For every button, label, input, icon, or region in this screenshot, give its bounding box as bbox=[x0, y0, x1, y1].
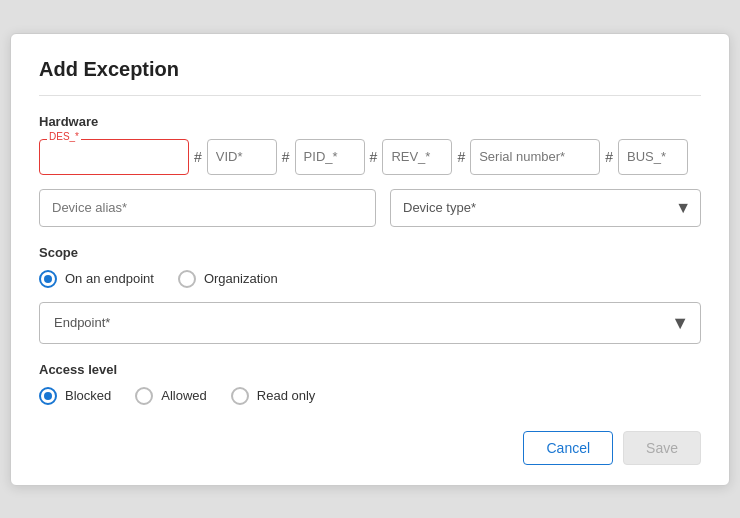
access-level-label: Access level bbox=[39, 362, 701, 377]
separator-1: # bbox=[189, 149, 207, 165]
access-level-section: Access level Blocked Allowed Read only bbox=[39, 362, 701, 405]
vid-input[interactable] bbox=[207, 139, 277, 175]
serial-input[interactable] bbox=[470, 139, 600, 175]
access-blocked-label: Blocked bbox=[65, 388, 111, 403]
access-readonly-label: Read only bbox=[257, 388, 316, 403]
access-radio-allowed-icon bbox=[135, 387, 153, 405]
endpoint-select[interactable]: Endpoint* bbox=[39, 302, 701, 344]
scope-section: Scope On an endpoint Organization bbox=[39, 245, 701, 288]
scope-endpoint-label: On an endpoint bbox=[65, 271, 154, 286]
access-radio-readonly-icon bbox=[231, 387, 249, 405]
dialog-footer: Cancel Save bbox=[39, 423, 701, 465]
des-input[interactable] bbox=[39, 139, 189, 175]
hardware-row: DES_* # # # # # bbox=[39, 139, 701, 175]
access-option-blocked[interactable]: Blocked bbox=[39, 387, 111, 405]
separator-3: # bbox=[365, 149, 383, 165]
access-option-readonly[interactable]: Read only bbox=[231, 387, 316, 405]
vid-field-wrapper bbox=[207, 139, 277, 175]
rev-input[interactable] bbox=[382, 139, 452, 175]
scope-radio-org-icon bbox=[178, 270, 196, 288]
bus-field-wrapper bbox=[618, 139, 688, 175]
save-button[interactable]: Save bbox=[623, 431, 701, 465]
separator-5: # bbox=[600, 149, 618, 165]
scope-option-endpoint[interactable]: On an endpoint bbox=[39, 270, 154, 288]
endpoint-select-wrapper: Endpoint* ▼ bbox=[39, 302, 701, 344]
device-type-wrapper: Device type* ▼ bbox=[390, 189, 701, 227]
scope-option-org[interactable]: Organization bbox=[178, 270, 278, 288]
endpoint-row: Endpoint* ▼ bbox=[39, 302, 701, 344]
cancel-button[interactable]: Cancel bbox=[523, 431, 613, 465]
add-exception-dialog: Add Exception Hardware DES_* # # # # # bbox=[10, 33, 730, 486]
device-type-select[interactable]: Device type* bbox=[390, 189, 701, 227]
device-alias-input[interactable] bbox=[39, 189, 376, 227]
separator-4: # bbox=[452, 149, 470, 165]
serial-field-wrapper bbox=[470, 139, 600, 175]
dialog-title: Add Exception bbox=[39, 58, 701, 96]
second-row: Device type* ▼ bbox=[39, 189, 701, 227]
bus-input[interactable] bbox=[618, 139, 688, 175]
pid-field-wrapper bbox=[295, 139, 365, 175]
hardware-section-label: Hardware bbox=[39, 114, 701, 129]
pid-input[interactable] bbox=[295, 139, 365, 175]
scope-org-label: Organization bbox=[204, 271, 278, 286]
des-field-wrapper: DES_* bbox=[39, 139, 189, 175]
access-radio-row: Blocked Allowed Read only bbox=[39, 387, 701, 405]
separator-2: # bbox=[277, 149, 295, 165]
scope-section-label: Scope bbox=[39, 245, 701, 260]
access-allowed-label: Allowed bbox=[161, 388, 207, 403]
rev-field-wrapper bbox=[382, 139, 452, 175]
scope-radio-endpoint-icon bbox=[39, 270, 57, 288]
access-radio-blocked-icon bbox=[39, 387, 57, 405]
scope-radio-row: On an endpoint Organization bbox=[39, 270, 701, 288]
access-option-allowed[interactable]: Allowed bbox=[135, 387, 207, 405]
des-label: DES_* bbox=[47, 131, 81, 142]
